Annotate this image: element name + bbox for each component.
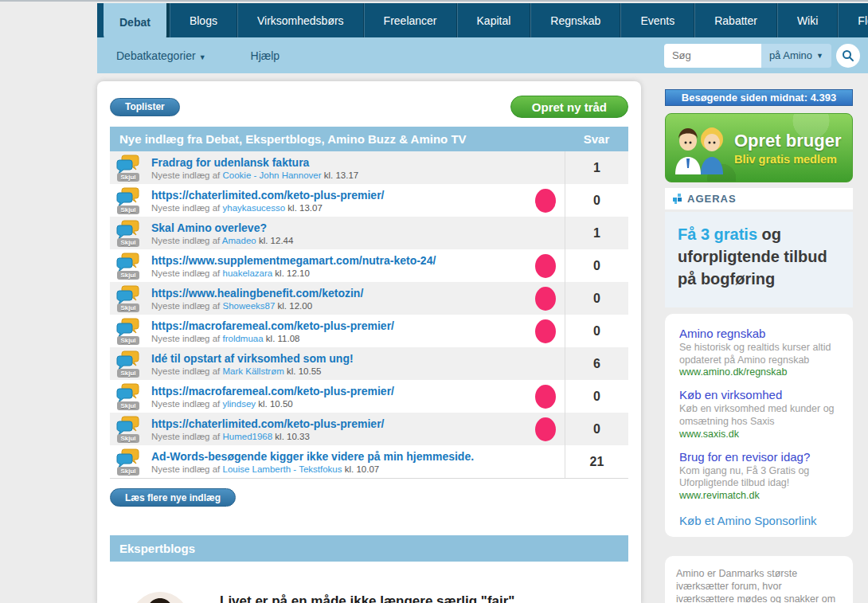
reply-count: 0 [565, 380, 628, 413]
nav-tab-regnskab[interactable]: Regnskab [530, 3, 620, 37]
sponsor-entry: Brug for en revisor idag?Kom igang nu, F… [679, 450, 839, 501]
signup-subtitle: Bliv gratis medlem [734, 153, 841, 166]
sponsor-title-link[interactable]: Brug for en revisor idag? [679, 450, 839, 464]
article-body: Livet er på en måde ikke længere særlig … [220, 592, 518, 603]
author-link[interactable]: Amadeo [222, 236, 256, 245]
nav-tab-label: Virksomhedsbørs [257, 14, 344, 27]
hide-thread-button[interactable]: Skjul [117, 401, 139, 410]
sponsor-title-link[interactable]: Amino regnskab [679, 327, 839, 340]
nav-tab-label: Kapital [477, 14, 511, 27]
nav-tab-flere[interactable]: Flere▼ [838, 3, 868, 37]
author-link[interactable]: ylindsey [223, 399, 256, 409]
thread-icon-col: Skjul [110, 318, 142, 345]
author-link[interactable]: yhaykasucesso [223, 203, 286, 213]
pink-marker-icon [535, 254, 556, 278]
load-more-button[interactable]: Læs flere nye indlæg [110, 488, 236, 507]
sponsor-description: Køb en virksomhed med kunder og omsætnin… [679, 403, 839, 428]
thread-icon-col: Skjul [110, 416, 142, 443]
signup-banner[interactable]: Opret bruger Bliv gratis medlem [665, 113, 853, 182]
hide-thread-button[interactable]: Skjul [117, 434, 139, 443]
thread-title-link[interactable]: https://www.healingbenefit.com/ketozin/ [151, 287, 526, 300]
author-link[interactable]: Mark Källstrøm [223, 366, 284, 376]
author-link[interactable]: Humed1968 [223, 432, 273, 441]
thread-title-link[interactable]: https://macrofaremeal.com/keto-plus-prem… [151, 319, 526, 332]
table-title: Nye indlæg fra Debat, Ekspertblogs, Amin… [110, 132, 565, 146]
thread-title-link[interactable]: Idé til opstart af virksomhed som ung! [151, 352, 526, 365]
table-row: Skjulhttps://chaterlimited.com/keto-plus… [110, 184, 628, 217]
thread-title-link[interactable]: Fradrag for udenlansk faktura [151, 156, 526, 169]
thread-meta: Nyeste indlæg af Mark Källstrøm kl. 10.5… [151, 366, 526, 376]
thread-title-link[interactable]: https://chaterlimited.com/keto-plus-prem… [151, 189, 526, 202]
flag-col [526, 254, 565, 278]
sponsor-url-link[interactable]: www.revimatch.dk [679, 490, 839, 501]
hide-thread-button[interactable]: Skjul [117, 238, 139, 247]
author-avatar[interactable] [131, 592, 190, 603]
thread-text-col: https://www.healingbenefit.com/ketozin/N… [145, 287, 526, 311]
load-more-row: Læs flere nye indlæg [110, 488, 628, 507]
speech-bubbles-icon [116, 155, 140, 174]
thread-meta: Nyeste indlæg af Amadeo kl. 12.44 [151, 236, 526, 245]
ekspertblogs-section-header: Ekspertblogs [110, 535, 628, 562]
nav-tab-freelancer[interactable]: Freelancer [364, 3, 457, 37]
signup-text: Opret bruger Bliv gratis medlem [734, 131, 841, 166]
nav-tab-kapital[interactable]: Kapital [457, 3, 531, 37]
hide-thread-button[interactable]: Skjul [117, 369, 139, 378]
thread-meta: Nyeste indlæg af Showeeks87 kl. 12.00 [151, 301, 526, 311]
thread-text-col: https://macrofaremeal.com/keto-plus-prem… [145, 319, 526, 343]
search-scope-label: på Amino [769, 49, 812, 61]
hjaelp-menu[interactable]: Hjælp [251, 49, 280, 62]
nav-tab-label: Rabatter [714, 14, 757, 27]
nav-tab-rabatter[interactable]: Rabatter [694, 3, 777, 37]
meta-prefix: Nyeste indlæg af [151, 432, 223, 441]
meta-prefix: Nyeste indlæg af [151, 334, 223, 343]
sponsor-url-link[interactable]: www.saxis.dk [679, 429, 839, 440]
thread-icon-col: Skjul [110, 220, 142, 247]
thread-title-link[interactable]: Skal Amino overleve? [151, 221, 526, 234]
thread-title-link[interactable]: https://chaterlimited.com/keto-plus-prem… [151, 417, 526, 430]
thread-meta: Nyeste indlæg af Louise Lamberth - Tekst… [151, 464, 526, 474]
hide-thread-button[interactable]: Skjul [117, 303, 139, 312]
author-link[interactable]: froldmuaa [223, 334, 264, 343]
nav-tab-debat[interactable]: Debat [104, 3, 170, 41]
hide-thread-button[interactable]: Skjul [117, 173, 139, 182]
post-time: kl. 10.55 [284, 366, 322, 376]
speech-bubbles-icon [116, 318, 140, 338]
sponsor-description: Kom igang nu, Få 3 Gratis og Uforpligten… [679, 465, 839, 490]
author-link[interactable]: Cookie - John Hannover [223, 170, 322, 180]
search-scope-dropdown[interactable]: på Amino▼ [761, 44, 831, 68]
thread-meta: Nyeste indlæg af Cookie - John Hannover … [151, 170, 526, 180]
article-title[interactable]: Livet er på en måde ikke længere særlig … [220, 593, 518, 603]
table-row: Skjulhttps://macrofaremeal.com/keto-plus… [110, 315, 628, 347]
debatkategorier-menu[interactable]: Debatkategorier▼ [116, 49, 206, 62]
hide-thread-button[interactable]: Skjul [117, 271, 139, 280]
thread-title-link[interactable]: Ad-Words-besøgende kigger ikke videre på… [151, 450, 526, 463]
post-time: kl. 12.10 [272, 268, 310, 278]
thread-text-col: Skal Amino overleve?Nyeste indlæg af Ama… [145, 221, 526, 245]
hide-thread-button[interactable]: Skjul [117, 206, 139, 214]
buy-sponsorlink-link[interactable]: Køb et Amino Sponsorlink [679, 514, 839, 527]
nav-tab-events[interactable]: Events [620, 3, 694, 37]
thread-title-link[interactable]: https://www.supplementmegamart.com/nutra… [151, 254, 526, 267]
sponsor-url-link[interactable]: www.amino.dk/regnskab [679, 366, 839, 378]
author-link[interactable]: Showeeks87 [223, 301, 276, 311]
post-time: kl. 10.33 [272, 432, 310, 441]
pink-marker-icon [535, 287, 556, 311]
hide-thread-button[interactable]: Skjul [117, 467, 139, 476]
bookkeeping-offer-ad[interactable]: Få 3 gratis og uforpligtende tilbud på b… [665, 212, 853, 307]
search-input[interactable] [664, 44, 761, 68]
nav-tab-virksomhedsbørs[interactable]: Virksomhedsbørs [237, 3, 364, 37]
chevron-down-icon: ▼ [816, 52, 823, 60]
ageras-ad[interactable]: AGERAS [665, 188, 853, 209]
author-link[interactable]: huakelazara [223, 268, 273, 278]
search-button[interactable] [836, 44, 860, 68]
thread-title-link[interactable]: https://macrofaremeal.com/keto-plus-prem… [151, 385, 526, 397]
author-link[interactable]: Louise Lamberth - Tekstfokus [223, 464, 342, 474]
hide-thread-button[interactable]: Skjul [117, 336, 139, 345]
main-navigation: DebatBlogsVirksomhedsbørsFreelancerKapit… [97, 3, 868, 37]
create-thread-button[interactable]: Opret ny tråd [510, 96, 628, 118]
thread-meta: Nyeste indlæg af froldmuaa kl. 11.08 [151, 334, 526, 343]
nav-tab-blogs[interactable]: Blogs [170, 3, 237, 37]
nav-tab-wiki[interactable]: Wiki [777, 3, 838, 37]
sponsor-title-link[interactable]: Køb en virksomhed [679, 388, 839, 401]
toplister-button[interactable]: Toplister [110, 98, 180, 116]
